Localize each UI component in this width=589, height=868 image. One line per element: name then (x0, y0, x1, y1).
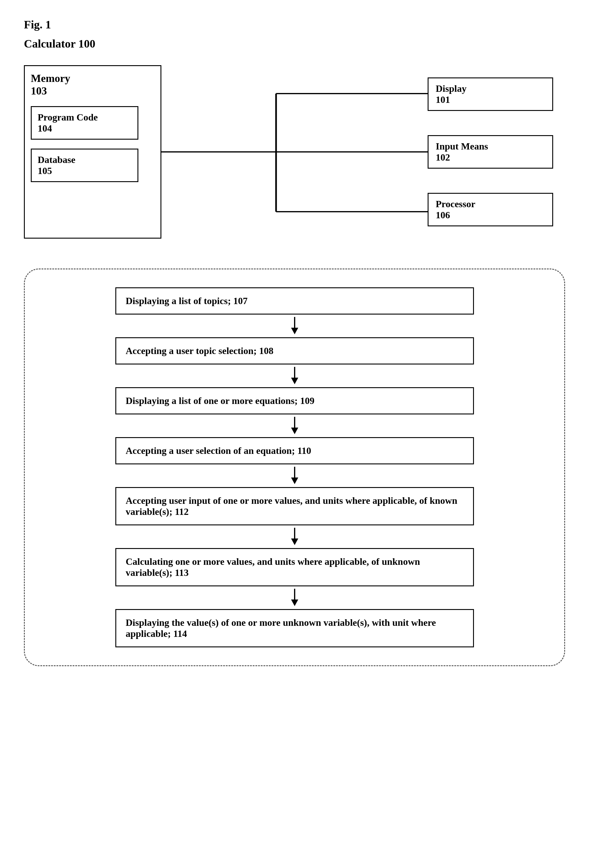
flow-step-113-label: Calculating one or more values, and unit… (126, 556, 464, 578)
svg-marker-8 (291, 378, 298, 384)
svg-marker-14 (291, 539, 298, 545)
memory-box: Memory 103 Program Code 104 Database 105 (24, 65, 161, 239)
display-box: Display 101 (428, 77, 553, 111)
flow-step-113: Calculating one or more values, and unit… (115, 548, 474, 586)
flow-step-107-label: Displaying a list of topics; 107 (126, 295, 464, 307)
svg-marker-12 (291, 477, 298, 484)
flow-step-112-label: Accepting user input of one or more valu… (126, 495, 464, 517)
display-label: Display 101 (436, 83, 545, 105)
flow-step-109: Displaying a list of one or more equatio… (115, 387, 474, 415)
flow-step-114: Displaying the value(s) of one or more u… (115, 609, 474, 647)
flow-step-108-label: Accepting a user topic selection; 108 (126, 345, 464, 356)
connector-area (161, 65, 428, 239)
right-boxes: Display 101 Input Means 102 Processor 10… (428, 65, 565, 239)
flow-step-110-label: Accepting a user selection of an equatio… (126, 445, 464, 456)
flow-step-109-label: Displaying a list of one or more equatio… (126, 395, 464, 406)
arrow-1 (49, 317, 540, 335)
database-label: Database 105 (38, 154, 131, 176)
processor-label: Processor 106 (436, 199, 545, 221)
flow-step-108: Accepting a user topic selection; 108 (115, 337, 474, 365)
arrow-2 (49, 367, 540, 385)
arrow-6 (49, 589, 540, 607)
database-box: Database 105 (31, 149, 138, 182)
svg-marker-6 (291, 328, 298, 334)
svg-marker-10 (291, 428, 298, 434)
input-means-box: Input Means 102 (428, 135, 553, 169)
program-code-label: Program Code 104 (38, 112, 131, 134)
program-code-box: Program Code 104 (31, 106, 138, 140)
arrow-4 (49, 467, 540, 485)
flow-step-112: Accepting user input of one or more valu… (115, 487, 474, 526)
svg-marker-16 (291, 599, 298, 606)
flow-step-114-label: Displaying the value(s) of one or more u… (126, 617, 464, 639)
arrow-3 (49, 417, 540, 435)
arrow-5 (49, 528, 540, 546)
flow-step-107: Displaying a list of topics; 107 (115, 287, 474, 314)
memory-title: Memory 103 (31, 72, 155, 97)
flowchart-container: Displaying a list of topics; 107 Accepti… (24, 269, 565, 666)
processor-box: Processor 106 (428, 193, 553, 226)
flow-step-110: Accepting a user selection of an equatio… (115, 437, 474, 464)
calc-label: Calculator 100 (24, 37, 565, 50)
input-means-label: Input Means 102 (436, 141, 545, 163)
hardware-diagram: Memory 103 Program Code 104 Database 105 (24, 65, 565, 251)
fig-label: Fig. 1 (24, 18, 565, 31)
